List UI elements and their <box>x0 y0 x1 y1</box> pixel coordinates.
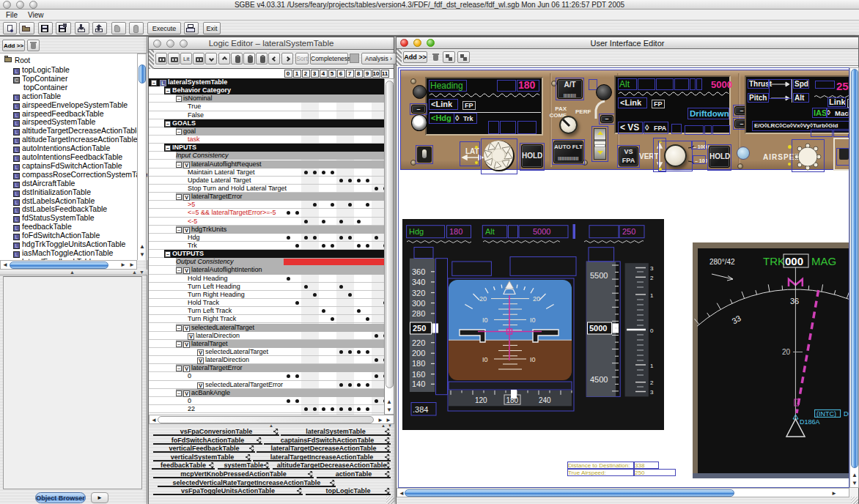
svg-text:2: 2 <box>650 379 654 386</box>
svg-text:250: 250 <box>413 324 426 333</box>
svg-text:D0: D0 <box>844 410 849 418</box>
svg-text:1: 1 <box>650 363 654 369</box>
svg-text:360: 360 <box>412 267 425 276</box>
svg-text:3: 3 <box>650 389 654 396</box>
svg-text:D186A: D186A <box>800 418 820 426</box>
svg-text:280°/42: 280°/42 <box>709 258 735 266</box>
svg-text:20: 20 <box>479 295 487 303</box>
svg-text:220: 220 <box>412 338 425 347</box>
svg-text:320: 320 <box>412 289 425 297</box>
svg-text:4500: 4500 <box>590 375 608 384</box>
svg-text:0: 0 <box>650 327 654 334</box>
svg-text:180: 180 <box>449 227 462 236</box>
svg-text:180: 180 <box>412 359 425 368</box>
svg-text:200: 200 <box>412 349 425 357</box>
svg-text:20: 20 <box>782 348 791 356</box>
svg-text:(INTC): (INTC) <box>816 410 836 418</box>
svg-text:3: 3 <box>650 265 654 272</box>
svg-text:.384: .384 <box>413 405 428 414</box>
svg-text:I0: I0 <box>530 316 536 324</box>
svg-text:280: 280 <box>412 309 425 318</box>
svg-text:120: 120 <box>475 396 487 404</box>
svg-text:240: 240 <box>539 396 551 404</box>
svg-text:I0: I0 <box>482 356 488 363</box>
svg-text:Hdg: Hdg <box>409 227 424 236</box>
svg-text:TRK: TRK <box>763 255 785 267</box>
svg-text:Alt: Alt <box>485 227 495 236</box>
svg-text:2: 2 <box>650 275 654 281</box>
svg-text:160: 160 <box>412 370 425 379</box>
svg-text:MAG: MAG <box>811 255 836 267</box>
svg-text:250: 250 <box>622 227 635 236</box>
svg-text:000: 000 <box>785 255 803 267</box>
svg-text:I0: I0 <box>482 316 488 324</box>
svg-text:20: 20 <box>533 295 540 303</box>
svg-text:1: 1 <box>650 292 654 299</box>
svg-text:5500: 5500 <box>590 271 608 280</box>
svg-text:I0: I0 <box>530 356 536 363</box>
svg-text:5000: 5000 <box>589 324 607 333</box>
svg-text:340: 340 <box>412 278 425 286</box>
svg-text:5000: 5000 <box>533 227 550 236</box>
svg-text:300: 300 <box>412 299 425 308</box>
svg-text:36: 36 <box>790 297 799 305</box>
svg-text:140: 140 <box>412 379 425 388</box>
